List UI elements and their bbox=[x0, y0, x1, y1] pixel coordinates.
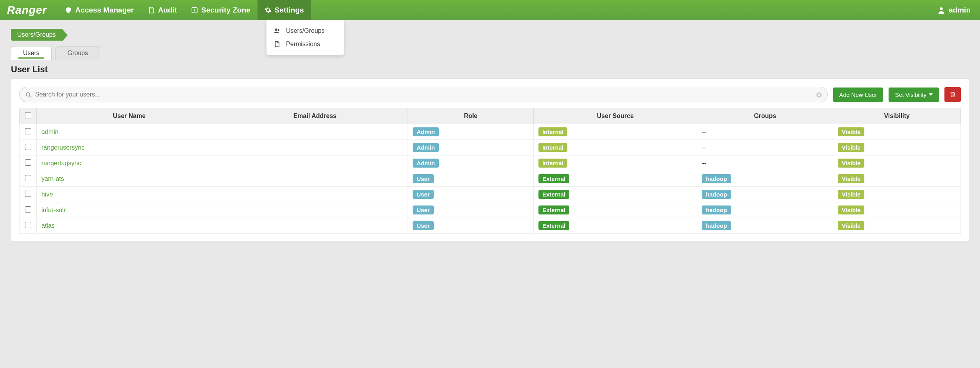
nav-settings[interactable]: Settings bbox=[258, 0, 311, 20]
cell-check bbox=[20, 202, 37, 218]
delete-button[interactable] bbox=[944, 87, 961, 102]
row-checkbox[interactable] bbox=[25, 159, 31, 166]
badge: Visible bbox=[838, 174, 864, 183]
badge: hadoop bbox=[702, 205, 731, 214]
nav-label: Audit bbox=[158, 6, 177, 14]
page-body: Users/Groups Users Groups User List Add … bbox=[0, 20, 980, 250]
col-groups: Groups bbox=[697, 108, 833, 124]
badge: External bbox=[538, 174, 569, 183]
badge: External bbox=[538, 205, 569, 214]
row-checkbox[interactable] bbox=[25, 128, 31, 134]
svg-point-1 bbox=[940, 7, 942, 10]
row-checkbox[interactable] bbox=[25, 206, 31, 213]
cell-groups: -- bbox=[697, 155, 833, 171]
search-box[interactable] bbox=[19, 87, 828, 102]
badge: External bbox=[538, 190, 569, 199]
set-visibility-button[interactable]: Set Visibility bbox=[889, 88, 939, 102]
badge: Internal bbox=[538, 127, 567, 136]
dropdown-label: Permissions bbox=[286, 41, 320, 48]
cell-visibility: Visible bbox=[833, 124, 961, 140]
cell-groups: hadoop bbox=[697, 218, 833, 234]
col-source: User Source bbox=[533, 108, 697, 124]
col-role: Role bbox=[408, 108, 534, 124]
badge: Admin bbox=[413, 159, 439, 168]
nav-label: Access Manager bbox=[75, 6, 134, 14]
gear-icon bbox=[265, 7, 272, 14]
user-link[interactable]: infra-solr bbox=[41, 207, 66, 213]
cell-user-name: infra-solr bbox=[37, 202, 222, 218]
nav-audit[interactable]: Audit bbox=[141, 0, 184, 20]
user-link[interactable]: rangertagsync bbox=[41, 160, 81, 166]
badge: Admin bbox=[413, 143, 439, 152]
table-row: hiveUserExternalhadoopVisible bbox=[20, 187, 961, 202]
table-row: yarn-atsUserExternalhadoopVisible bbox=[20, 171, 961, 187]
cell-role: User bbox=[408, 187, 534, 202]
trash-icon bbox=[949, 91, 956, 98]
cell-user-name: hive bbox=[37, 187, 222, 202]
clear-icon[interactable] bbox=[815, 91, 823, 98]
row-checkbox[interactable] bbox=[25, 222, 31, 228]
svg-point-2 bbox=[275, 29, 277, 31]
tabs: Users Groups bbox=[11, 46, 969, 60]
nav-label: Security Zone bbox=[201, 6, 250, 14]
badge: Visible bbox=[838, 205, 864, 214]
cell-email bbox=[222, 140, 408, 155]
cell-check bbox=[20, 171, 37, 187]
user-link[interactable]: hive bbox=[41, 191, 53, 198]
cell-groups: hadoop bbox=[697, 187, 833, 202]
cell-role: Admin bbox=[408, 155, 534, 171]
badge: Visible bbox=[838, 190, 864, 199]
search-input[interactable] bbox=[35, 91, 813, 98]
tab-groups[interactable]: Groups bbox=[55, 46, 100, 60]
cell-visibility: Visible bbox=[833, 187, 961, 202]
cell-source: External bbox=[533, 218, 697, 234]
nav-user[interactable]: admin bbox=[932, 6, 976, 14]
row-checkbox[interactable] bbox=[25, 175, 31, 181]
badge: Visible bbox=[838, 127, 864, 136]
cell-user-name: rangerusersync bbox=[37, 140, 222, 155]
dropdown-permissions[interactable]: Permissions bbox=[266, 38, 344, 51]
user-link[interactable]: rangerusersync bbox=[41, 144, 84, 151]
col-check bbox=[20, 108, 37, 124]
breadcrumb[interactable]: Users/Groups bbox=[11, 29, 62, 41]
brand-logo: Ranger bbox=[7, 4, 47, 16]
cell-visibility: Visible bbox=[833, 155, 961, 171]
table-row: rangertagsyncAdminInternal--Visible bbox=[20, 155, 961, 171]
user-link[interactable]: admin bbox=[41, 129, 59, 135]
cell-user-name: rangertagsync bbox=[37, 155, 222, 171]
top-navbar: Ranger Access Manager Audit Security Zon… bbox=[0, 0, 980, 20]
badge: User bbox=[413, 221, 433, 230]
cell-role: Admin bbox=[408, 124, 534, 140]
select-all-checkbox[interactable] bbox=[25, 112, 31, 118]
user-link[interactable]: yarn-ats bbox=[41, 175, 64, 182]
badge: User bbox=[413, 174, 433, 183]
badge: Internal bbox=[538, 159, 567, 168]
cell-source: Internal bbox=[533, 140, 697, 155]
dropdown-users-groups[interactable]: Users/Groups bbox=[266, 24, 344, 38]
col-email: Email Address bbox=[222, 108, 408, 124]
add-user-button[interactable]: Add New User bbox=[833, 88, 883, 102]
cell-visibility: Visible bbox=[833, 202, 961, 218]
cell-visibility: Visible bbox=[833, 171, 961, 187]
cell-check bbox=[20, 218, 37, 234]
user-label: admin bbox=[949, 6, 971, 14]
cell-check bbox=[20, 124, 37, 140]
cell-user-name: yarn-ats bbox=[37, 171, 222, 187]
row-checkbox[interactable] bbox=[25, 191, 31, 197]
nav-security-zone[interactable]: Security Zone bbox=[184, 0, 258, 20]
cell-role: User bbox=[408, 202, 534, 218]
tab-users[interactable]: Users bbox=[11, 46, 52, 60]
users-table: User Name Email Address Role User Source… bbox=[19, 108, 961, 234]
badge: Internal bbox=[538, 143, 567, 152]
table-row: infra-solrUserExternalhadoopVisible bbox=[20, 202, 961, 218]
col-user-name: User Name bbox=[37, 108, 222, 124]
page-icon bbox=[274, 41, 281, 48]
toolbar: Add New User Set Visibility bbox=[19, 87, 961, 102]
row-checkbox[interactable] bbox=[25, 144, 31, 150]
shield-icon bbox=[65, 7, 72, 14]
page-title: User List bbox=[11, 64, 969, 75]
user-icon bbox=[937, 6, 946, 14]
nav-items: Access Manager Audit Security Zone Setti… bbox=[58, 0, 311, 20]
user-link[interactable]: atlas bbox=[41, 222, 55, 229]
nav-access-manager[interactable]: Access Manager bbox=[58, 0, 141, 20]
